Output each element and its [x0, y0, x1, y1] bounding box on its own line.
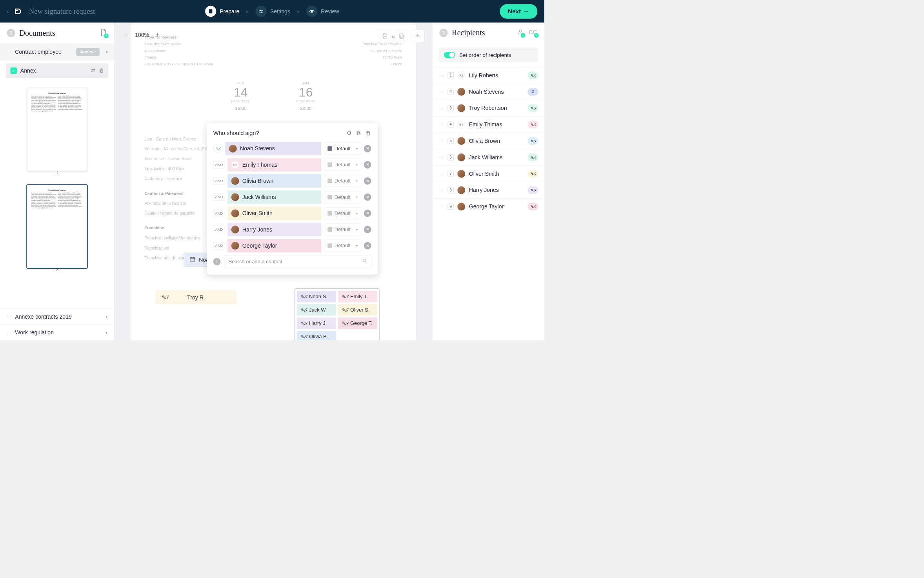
- step-prepare[interactable]: Prepare: [205, 6, 239, 17]
- recipient-row[interactable]: ⋮⋮ 2 Noah Stevens 2: [433, 84, 544, 100]
- signature-type-select[interactable]: Default ▾: [324, 159, 361, 171]
- drag-handle-icon[interactable]: ⋮⋮: [6, 315, 11, 318]
- and-operator[interactable]: AND: [213, 226, 225, 233]
- drag-handle-icon[interactable]: ⋮⋮: [438, 139, 444, 143]
- signature-chip[interactable]: ✎𝓢Jack W.: [297, 304, 336, 315]
- signer-name-chip[interactable]: George Taylor: [227, 239, 321, 252]
- copy-icon[interactable]: ⧉: [357, 130, 360, 136]
- avatar-photo: [457, 203, 465, 211]
- signature-chip[interactable]: ✎𝓢Emily T.: [338, 291, 377, 302]
- print-button[interactable]: [378, 29, 391, 42]
- remove-signer-button[interactable]: ✕: [364, 161, 371, 169]
- remove-signer-button[interactable]: ✕: [364, 177, 371, 185]
- and-operator[interactable]: AND: [213, 177, 225, 185]
- signature-chip[interactable]: ✎𝓢Harry J.: [297, 317, 336, 329]
- svg-point-19: [519, 30, 522, 32]
- page-thumbnail-2[interactable]: Conditions de location Lorem ipsum dolor…: [27, 185, 87, 268]
- signer-row: AND Olivia Brown Default ▾ ✕: [213, 174, 371, 188]
- signature-badge-icon: ✎𝓢: [527, 120, 538, 128]
- recipient-row[interactable]: ⋮⋮ 9 George Taylor ✎𝓢: [433, 198, 544, 215]
- step-label: Settings: [270, 8, 290, 15]
- trash-icon[interactable]: 🗑: [99, 68, 104, 74]
- annex-subitem[interactable]: ✓ Annex ⇄ 🗑: [6, 63, 109, 78]
- signature-type-select[interactable]: Default ▾: [324, 175, 361, 187]
- signature-type-select[interactable]: Default ▾: [324, 142, 361, 155]
- signature-type-select[interactable]: Default ▾: [324, 240, 361, 252]
- step-settings[interactable]: Settings: [256, 6, 290, 17]
- signer-name-chip[interactable]: Oliver Smith: [227, 207, 321, 220]
- add-cc-button[interactable]: CC +: [529, 29, 537, 37]
- drag-handle-icon[interactable]: ⋮⋮: [438, 155, 444, 159]
- and-operator[interactable]: AND: [213, 210, 225, 217]
- signature-field-troy[interactable]: ✎𝓢 Troy R.: [156, 291, 236, 304]
- signer-name-chip[interactable]: ET Emily Thomas: [227, 158, 321, 171]
- signature-chip[interactable]: ✎𝓢Olivia B.: [297, 331, 336, 340]
- signature-chip[interactable]: ✎𝓢Oliver S.: [338, 304, 377, 315]
- remove-signer-button[interactable]: ✕: [364, 226, 371, 233]
- drag-handle-icon[interactable]: ⋮⋮: [438, 73, 444, 77]
- remove-signer-button[interactable]: ✕: [364, 242, 371, 250]
- back-arrow-icon[interactable]: ‹: [7, 8, 9, 15]
- swap-icon[interactable]: ⇄: [91, 68, 95, 74]
- signer-name-chip[interactable]: Olivia Brown: [227, 174, 321, 188]
- recipient-row[interactable]: ⋮⋮ 8 Harry Jones ✎𝓢: [433, 182, 544, 199]
- add-document-button[interactable]: +: [100, 28, 107, 38]
- signature-type-select[interactable]: Default ▾: [324, 207, 361, 219]
- eye-icon: [306, 6, 317, 17]
- drag-handle-icon[interactable]: ⋮⋮: [6, 50, 11, 54]
- and-operator[interactable]: AND: [213, 193, 225, 201]
- document-item-annexe-2019[interactable]: ⋮⋮ Annexe contracts 2019 ▸: [0, 308, 114, 325]
- drag-handle-icon[interactable]: ⋮⋮: [438, 188, 444, 192]
- recipient-row[interactable]: ⋮⋮ 6 Jack Williams ✎𝓢: [433, 149, 544, 166]
- copy-button[interactable]: [395, 29, 408, 42]
- drag-handle-icon[interactable]: ⋮⋮: [6, 331, 11, 334]
- zoom-out-button[interactable]: −: [122, 31, 131, 39]
- drag-handle-icon[interactable]: ⋮⋮: [438, 205, 444, 208]
- gear-icon[interactable]: ⚙: [347, 130, 352, 136]
- field-value: 400 Kms: [168, 166, 184, 171]
- signature-group[interactable]: ✎𝓢Noah S.✎𝓢Emily T.✎𝓢Jack W.✎𝓢Oliver S.✎…: [295, 288, 380, 341]
- signature-type-select[interactable]: Default ▾: [324, 224, 361, 236]
- drag-handle-icon[interactable]: ⋮⋮: [438, 123, 444, 126]
- order-toggle-row[interactable]: Set order of recipients: [439, 47, 538, 62]
- chevron-down-icon: ▾: [356, 195, 358, 199]
- and-operator[interactable]: AND: [213, 242, 225, 250]
- recipient-row[interactable]: ⋮⋮ 7 Oliver Smith ✎𝓢: [433, 166, 544, 182]
- document-item-contract[interactable]: ⋮⋮ Contract employee Annexe ▾: [0, 44, 114, 61]
- toggle-switch[interactable]: [444, 52, 455, 58]
- step-review[interactable]: Review: [306, 6, 339, 17]
- remove-signer-button[interactable]: ✕: [364, 145, 371, 152]
- next-button[interactable]: Next →: [500, 4, 537, 18]
- add-signer-button[interactable]: +: [213, 258, 221, 265]
- signature-chip[interactable]: ✎𝓢Noah S.: [297, 291, 336, 302]
- drag-handle-icon[interactable]: ⋮⋮: [438, 106, 444, 110]
- recipient-row[interactable]: ⋮⋮ 3 Troy Robertson ✎𝓢: [433, 100, 544, 116]
- download-button[interactable]: [411, 29, 424, 42]
- field-label: Carburant :: [144, 177, 165, 181]
- signer-name-chip[interactable]: Noah Stevens: [225, 142, 321, 155]
- and-operator[interactable]: AND: [213, 161, 225, 169]
- signer-row: AND Oliver Smith Default ▾ ✕: [213, 207, 371, 220]
- add-recipient-button[interactable]: +: [517, 29, 524, 37]
- chevron-down-icon[interactable]: ▾: [106, 50, 108, 54]
- drag-handle-icon[interactable]: ⋮⋮: [438, 172, 444, 175]
- signer-name-chip[interactable]: Jack Williams: [227, 190, 321, 204]
- document-item-work-regulation[interactable]: ⋮⋮ Work regulation ▸: [0, 325, 114, 341]
- drag-handle-icon[interactable]: ⋮⋮: [438, 90, 444, 93]
- signature-icon: ✎𝓢: [300, 334, 307, 339]
- color-swatch: [327, 227, 332, 232]
- recipient-row[interactable]: ⋮⋮ 1 RZ Lily Roberts ✎𝓢: [433, 67, 544, 84]
- signer-name-chip[interactable]: Harry Jones: [227, 223, 321, 236]
- remove-signer-button[interactable]: ✕: [364, 210, 371, 217]
- zoom-in-button[interactable]: +: [153, 31, 162, 39]
- recipient-row[interactable]: ⋮⋮ 4 ET Emily Thimas ✎𝓢: [433, 116, 544, 133]
- trash-icon[interactable]: 🗑: [366, 130, 371, 136]
- page-thumbnail-1[interactable]: Conditions de location Lorem ipsum dolor…: [27, 88, 87, 171]
- search-contact-input[interactable]: Search or add a contact: [224, 255, 371, 268]
- checkbox-checked-icon[interactable]: ✓: [11, 67, 17, 74]
- signature-type-select[interactable]: Default ▾: [324, 191, 361, 203]
- signer-popup: Who should sign? ⚙ ⧉ 🗑 ✎𝓢 Noah Stevens D…: [207, 123, 378, 275]
- remove-signer-button[interactable]: ✕: [364, 193, 371, 201]
- recipient-row[interactable]: ⋮⋮ 5 Olivia Brown ✎𝓢: [433, 133, 544, 149]
- signature-chip[interactable]: ✎𝓢George T.: [338, 317, 377, 329]
